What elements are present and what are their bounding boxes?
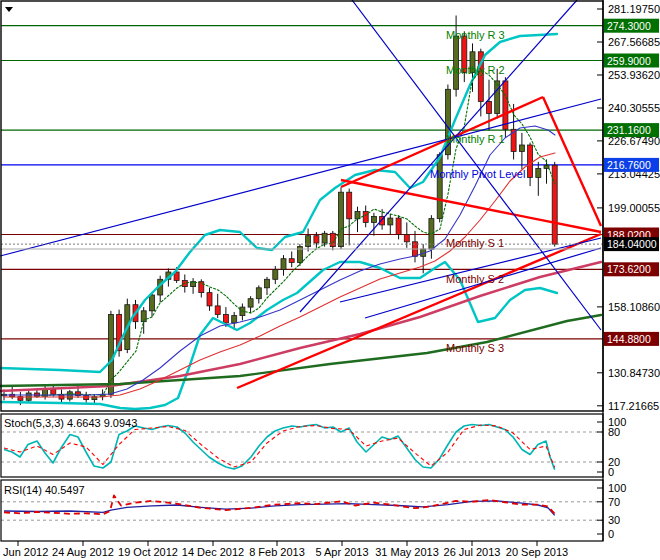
rsi-indicator-label: RSI(14) 40.5497: [4, 484, 85, 496]
candle-bear: [528, 145, 533, 177]
panel-tick-label: 30: [608, 514, 620, 526]
price-tick-label: 199.00055: [608, 202, 660, 214]
date-label: 31 May 2013: [375, 546, 439, 558]
price-tick-label: 267.56685: [608, 36, 660, 48]
price-tick-label: 253.93620: [608, 69, 660, 81]
panel-tick-label: 80: [608, 426, 620, 438]
date-label: 26 Jul 2013: [444, 546, 501, 558]
candle-bull: [265, 279, 270, 288]
price-tick-label: 117.21665: [608, 400, 659, 412]
main-plot-area[interactable]: [1, 1, 603, 411]
price-tick-label: 281.19750: [608, 3, 660, 15]
date-label: 24 Aug 2012: [52, 546, 114, 558]
candle-bear: [552, 165, 557, 244]
price-badge-label: 231.1600: [607, 124, 651, 136]
candle-bull: [339, 192, 344, 246]
price-badge-label: 216.7600: [607, 159, 651, 171]
candle-bear: [347, 192, 352, 219]
date-label: 5 Apr 2013: [315, 546, 368, 558]
candle-bull: [388, 218, 393, 225]
panel-tick-label: 0: [608, 528, 614, 540]
date-label: 19 Oct 2012: [118, 546, 178, 558]
date-label: 20 Sep 2013: [506, 546, 568, 558]
level-label: Monthly S 1: [446, 237, 504, 249]
price-badge-label: 184.04000: [607, 238, 657, 250]
chart-canvas: Monthly R 3Monthly R 2Monthly R 1Monthly…: [0, 0, 660, 560]
candle-bear: [314, 236, 319, 243]
candle-bear: [363, 212, 368, 223]
candle-bear: [289, 259, 294, 263]
date-label: 29 Jun 2012: [0, 546, 48, 558]
price-badge-label: 259.9000: [607, 55, 651, 67]
candle-bull: [371, 216, 376, 222]
price-badge-label: 173.6200: [607, 263, 651, 275]
panel-tick-label: 0: [608, 466, 614, 478]
candle-bull: [248, 299, 253, 307]
candle-bear: [396, 218, 401, 234]
candle-bull: [519, 145, 524, 152]
candle-bull: [495, 81, 500, 114]
level-label: Monthly Pivot Level: [430, 168, 525, 180]
candle-bull: [322, 233, 327, 243]
candle-bull: [306, 236, 311, 247]
candle-bull: [536, 169, 541, 178]
candle-bear: [487, 101, 492, 113]
price-tick-label: 240.30555: [608, 102, 660, 114]
candle-bull: [232, 316, 237, 323]
price-badge-label: 144.8800: [607, 333, 651, 345]
price-tick-label: 158.10860: [608, 301, 660, 313]
candle-bull: [256, 288, 261, 299]
candle-bull: [437, 155, 442, 219]
candle-bear: [404, 235, 409, 242]
date-label: 8 Feb 2013: [249, 546, 305, 558]
panel-tick-label: 70: [608, 496, 620, 508]
level-label: Monthly R 2: [446, 64, 505, 76]
candle-bear: [330, 233, 335, 246]
candle-bear: [51, 389, 56, 394]
level-label: Monthly S 2: [446, 273, 504, 285]
level-label: Monthly R 3: [446, 29, 505, 41]
level-label: Monthly R 1: [446, 133, 505, 145]
candle-bear: [223, 314, 228, 323]
candle-bull: [281, 259, 286, 270]
date-label: 14 Dec 2012: [182, 546, 244, 558]
candle-bull: [454, 36, 459, 89]
price-tick-label: 130.84730: [608, 367, 660, 379]
stoch-indicator-label: Stoch(5,3,3) 4.6643 9.0943: [4, 417, 137, 429]
candle-bull: [273, 270, 278, 280]
panel-tick-label: 100: [608, 482, 626, 494]
chart-window: Monthly R 3Monthly R 2Monthly R 1Monthly…: [0, 0, 660, 560]
candle-bear: [215, 306, 220, 315]
candle-bear: [503, 81, 508, 129]
candle-bull: [150, 295, 155, 311]
candle-bear: [207, 293, 212, 306]
level-label: Monthly S 3: [446, 342, 504, 354]
price-badge-label: 274.3000: [607, 20, 651, 32]
